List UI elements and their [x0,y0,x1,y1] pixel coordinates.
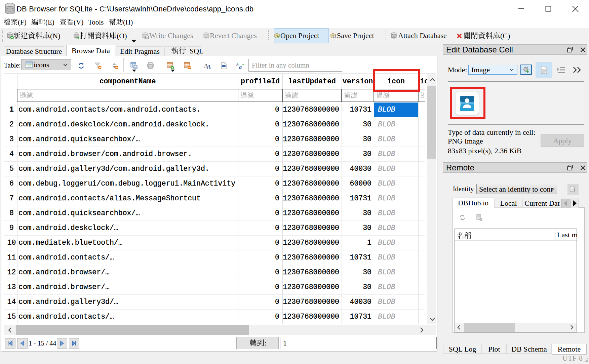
svg-text:b: b [236,62,239,67]
svg-text:(H): (H) [123,18,133,26]
svg-text::: : [264,339,266,347]
svg-text:(E): (E) [45,18,54,26]
svg-text:SQL: SQL [186,47,204,55]
svg-text:a: a [239,64,242,70]
svg-text:Tools: Tools [88,18,104,26]
svg-text:(V): (V) [74,18,83,26]
svg-text:(O): (O) [117,32,127,40]
svg-text:(F): (F) [18,18,27,26]
svg-text:(N): (N) [50,32,61,40]
svg-text:(C): (C) [500,32,510,40]
svg-text:A: A [207,64,211,69]
